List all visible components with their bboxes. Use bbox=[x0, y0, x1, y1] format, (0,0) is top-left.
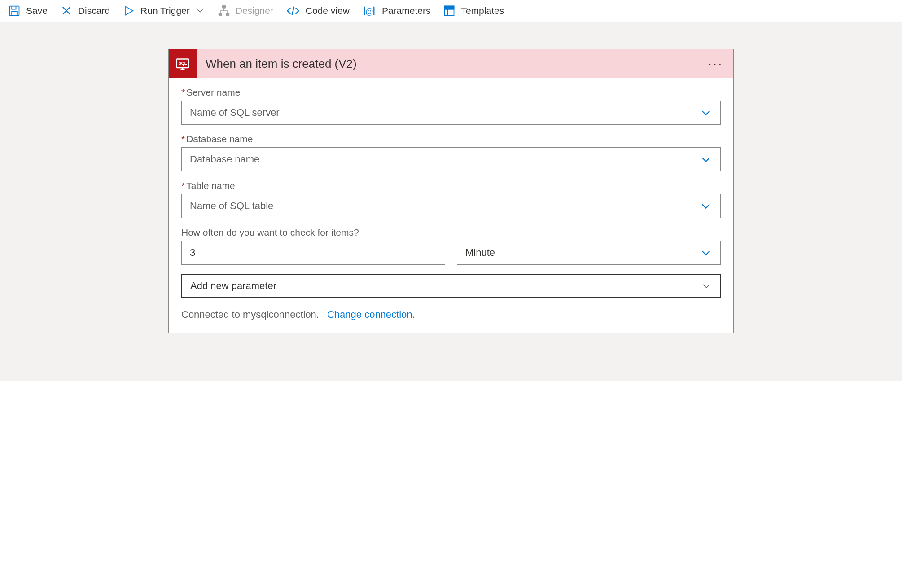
svg-rect-6 bbox=[445, 6, 454, 9]
chevron-down-icon bbox=[195, 6, 205, 16]
parameters-label: Parameters bbox=[382, 5, 431, 16]
close-icon bbox=[60, 4, 73, 17]
save-icon bbox=[8, 4, 21, 17]
trigger-card: SQL When an item is created (V2) ··· *Se… bbox=[168, 49, 734, 333]
server-name-field: *Server name Name of SQL server bbox=[181, 87, 721, 125]
card-menu-button[interactable]: ··· bbox=[708, 57, 733, 71]
chevron-down-icon bbox=[701, 281, 712, 291]
svg-rect-2 bbox=[219, 13, 222, 16]
trigger-title: When an item is created (V2) bbox=[197, 57, 708, 71]
code-view-label: Code view bbox=[306, 5, 350, 16]
chevron-down-icon bbox=[700, 106, 712, 119]
frequency-unit-value: Minute bbox=[465, 247, 495, 259]
table-name-field: *Table name Name of SQL table bbox=[181, 180, 721, 218]
play-icon bbox=[123, 4, 135, 17]
frequency-label: How often do you want to check for items… bbox=[181, 227, 721, 238]
table-name-dropdown[interactable]: Name of SQL table bbox=[181, 194, 721, 218]
database-name-placeholder: Database name bbox=[190, 154, 259, 165]
frequency-interval-input[interactable] bbox=[190, 247, 437, 259]
designer-canvas: SQL When an item is created (V2) ··· *Se… bbox=[0, 22, 902, 381]
database-name-label: *Database name bbox=[181, 134, 721, 145]
svg-rect-1 bbox=[222, 5, 225, 8]
svg-rect-0 bbox=[10, 6, 19, 16]
parameters-button[interactable]: @ Parameters bbox=[362, 4, 431, 17]
frequency-interval-input-wrapper bbox=[181, 241, 445, 265]
designer-button: Designer bbox=[218, 4, 273, 17]
database-name-field: *Database name Database name bbox=[181, 134, 721, 171]
run-trigger-label: Run Trigger bbox=[140, 5, 190, 16]
frequency-field: How often do you want to check for items… bbox=[181, 227, 721, 265]
svg-text:SQL: SQL bbox=[179, 61, 187, 66]
table-name-label: *Table name bbox=[181, 180, 721, 191]
code-view-button[interactable]: Code view bbox=[286, 4, 350, 17]
connection-footer: Connected to mysqlconnection. Change con… bbox=[181, 309, 721, 320]
required-asterisk: * bbox=[181, 180, 185, 191]
code-icon bbox=[286, 4, 300, 17]
required-asterisk: * bbox=[181, 134, 185, 144]
chevron-down-icon bbox=[700, 153, 712, 166]
connection-status-text: Connected to mysqlconnection. bbox=[181, 309, 319, 320]
change-connection-link[interactable]: Change connection. bbox=[327, 309, 415, 320]
save-button[interactable]: Save bbox=[8, 4, 48, 17]
parameters-icon: @ bbox=[362, 4, 377, 17]
server-name-label: *Server name bbox=[181, 87, 721, 98]
trigger-card-body: *Server name Name of SQL server *Databas… bbox=[169, 78, 733, 333]
sql-connector-icon: SQL bbox=[169, 49, 197, 78]
database-name-dropdown[interactable]: Database name bbox=[181, 147, 721, 171]
chevron-down-icon bbox=[700, 200, 712, 212]
discard-button[interactable]: Discard bbox=[60, 4, 110, 17]
add-new-parameter-dropdown[interactable]: Add new parameter bbox=[181, 274, 721, 298]
templates-label: Templates bbox=[461, 5, 504, 16]
server-name-placeholder: Name of SQL server bbox=[190, 107, 280, 118]
trigger-card-header[interactable]: SQL When an item is created (V2) ··· bbox=[169, 49, 733, 78]
discard-label: Discard bbox=[78, 5, 110, 16]
table-name-placeholder: Name of SQL table bbox=[190, 200, 273, 212]
required-asterisk: * bbox=[181, 87, 185, 97]
save-label: Save bbox=[26, 5, 48, 16]
frequency-unit-dropdown[interactable]: Minute bbox=[457, 241, 721, 265]
chevron-down-icon bbox=[700, 246, 712, 259]
svg-text:@: @ bbox=[365, 7, 373, 16]
toolbar: Save Discard Run Trigger bbox=[0, 0, 902, 22]
designer-label: Designer bbox=[236, 5, 273, 16]
templates-button[interactable]: Templates bbox=[443, 4, 504, 17]
templates-icon bbox=[443, 4, 455, 17]
add-parameter-label: Add new parameter bbox=[190, 280, 276, 292]
run-trigger-button[interactable]: Run Trigger bbox=[123, 4, 205, 17]
server-name-dropdown[interactable]: Name of SQL server bbox=[181, 101, 721, 125]
svg-rect-3 bbox=[226, 13, 229, 16]
designer-icon bbox=[218, 4, 230, 17]
